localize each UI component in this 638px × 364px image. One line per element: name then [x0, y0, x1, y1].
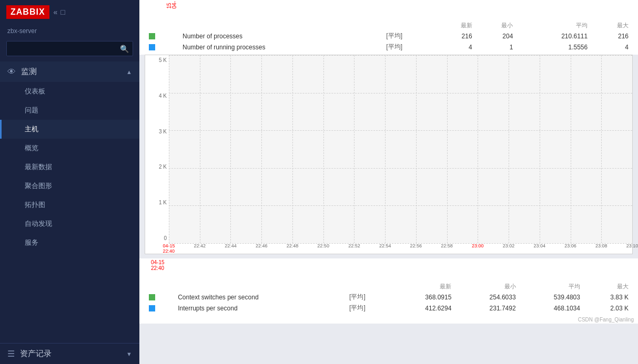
sidebar-item-latest-data[interactable]: 最新数据	[0, 158, 139, 176]
x-label-9: 22:58	[441, 243, 453, 248]
x-label-5: 22:50	[317, 243, 329, 248]
grid-v-15	[632, 55, 633, 243]
chevron-up-icon: ▲	[126, 69, 132, 75]
x-label-7: 22:54	[379, 243, 391, 248]
context-max: 3.83 K	[583, 292, 632, 303]
search-icon: 🔍	[120, 45, 129, 53]
x-label-12: 23:04	[534, 243, 546, 248]
server-name: zbx-server	[0, 24, 139, 39]
running-max: 4	[591, 41, 632, 53]
y-label-1k: 1 K	[159, 200, 167, 205]
context-min: 254.6033	[454, 292, 519, 303]
interrupts-name: Interrupts per second	[175, 303, 346, 314]
chart1-top-label: 04-15	[167, 1, 177, 8]
header2-min: 最小	[454, 282, 519, 292]
chart1-svg	[169, 55, 632, 243]
processes-latest: 216	[434, 30, 475, 41]
sidebar-item-topology[interactable]: 拓扑图	[0, 195, 139, 214]
monitor-icon: 👁	[7, 67, 16, 77]
running-name: Number of running processes	[179, 41, 383, 53]
header2-max: 最大	[583, 282, 632, 292]
header2-latest: 最新	[390, 282, 454, 292]
x-label-1: 22:42	[194, 243, 206, 248]
search-box[interactable]: 🔍	[6, 41, 133, 56]
chart-grid-1	[169, 55, 632, 243]
chart2-legend: 最新 最小 平均 最大 Context switches per second …	[139, 279, 638, 316]
collapse-icon[interactable]: «	[54, 8, 58, 16]
sidebar-item-discovery[interactable]: 自动发现	[0, 214, 139, 233]
legend-table-2: 最新 最小 平均 最大 Context switches per second …	[146, 282, 632, 314]
expand-icon[interactable]: □	[60, 8, 65, 16]
assets-icon: ☰	[7, 349, 15, 359]
header2-avg: 平均	[519, 282, 583, 292]
x-label-6: 22:52	[348, 243, 360, 248]
header-min: 最小	[475, 20, 517, 30]
x-axis-1: 04-1522:40 22:42 22:44 22:46 22:48 22:50…	[169, 243, 632, 254]
interrupts-avg-lbl: [平均]	[346, 303, 390, 314]
interrupts-latest: 412.6294	[390, 303, 454, 314]
header-max: 最大	[591, 20, 632, 30]
sidebar-item-hosts[interactable]: 主机	[0, 120, 139, 139]
processes-avg-lbl: [平均]	[383, 30, 434, 41]
y-label-0: 0	[164, 235, 167, 241]
x-label-3: 22:46	[256, 243, 268, 248]
sidebar-item-dashboard[interactable]: 仪表板	[0, 82, 139, 101]
chart-container: 04-15 最新 最小 平均 最大 Number of processes [平…	[139, 0, 638, 364]
running-avg-lbl: [平均]	[383, 41, 434, 53]
processes-max: 216	[591, 30, 632, 41]
section-divider	[139, 254, 638, 258]
context-name: Context switches per second	[175, 292, 346, 303]
processes-color	[149, 33, 155, 39]
y-label-2k: 2 K	[159, 164, 167, 170]
y-axis-1: 5 K 4 K 3 K 2 K 1 K 0	[145, 55, 169, 243]
header-avg: 平均	[516, 20, 591, 30]
y-label-4k: 4 K	[159, 93, 167, 99]
sidebar-item-overview[interactable]: 概览	[0, 139, 139, 158]
y-label-3k: 3 K	[159, 129, 167, 134]
sidebar-item-problems[interactable]: 问题	[0, 101, 139, 120]
interrupts-color	[149, 305, 155, 311]
x-label-4: 22:48	[287, 243, 299, 248]
search-input[interactable]	[6, 41, 133, 56]
sidebar-item-composite[interactable]: 聚合图形	[0, 176, 139, 195]
context-latest: 368.0915	[390, 292, 454, 303]
chevron-down-icon: ▼	[126, 351, 132, 357]
interrupts-min: 231.7492	[454, 303, 519, 314]
y-label-5k: 5 K	[159, 57, 167, 63]
sidebar: ZABBIX « □ zbx-server 🔍 👁 监测 ▲ 仪表板 问题 主机…	[0, 0, 139, 364]
legend-table-1: 最新 最小 平均 最大 Number of processes [平均] 216…	[146, 20, 632, 53]
running-min: 1	[475, 41, 517, 53]
interrupts-avg: 468.1034	[519, 303, 583, 314]
x-label-2: 22:44	[225, 243, 237, 248]
sidebar-item-services[interactable]: 服务	[0, 233, 139, 252]
header-latest: 最新	[434, 20, 475, 30]
legend-row-processes: Number of processes [平均] 216 204 210.611…	[146, 30, 632, 41]
zabbix-logo: ZABBIX	[6, 5, 49, 19]
chart2-x-top: 04-1522:40	[151, 259, 165, 271]
sidebar-section-monitor[interactable]: 👁 监测 ▲	[0, 61, 139, 82]
main-content: 04-15 最新 最小 平均 最大 Number of processes [平…	[139, 0, 638, 364]
legend-row-context: Context switches per second [平均] 368.091…	[146, 292, 632, 303]
x-label-15: 23:10	[626, 243, 638, 248]
processes-min: 204	[475, 30, 517, 41]
legend-row-running-processes: Number of running processes [平均] 4 1 1.5…	[146, 41, 632, 53]
sidebar-section-assets[interactable]: ☰ 资产记录 ▼	[0, 343, 139, 364]
context-avg: 539.4803	[519, 292, 583, 303]
watermark: CSDN @Fang_Qianling	[139, 316, 638, 324]
x-label-10: 23:00	[472, 243, 484, 248]
running-color	[149, 44, 155, 50]
legend-row-interrupts: Interrupts per second [平均] 412.6294 231.…	[146, 303, 632, 314]
x-label-14: 23:08	[595, 243, 607, 248]
chart1-legend: 最新 最小 平均 最大 Number of processes [平均] 216…	[139, 18, 638, 55]
context-avg-lbl: [平均]	[346, 292, 390, 303]
context-color	[149, 294, 155, 300]
processes-avg: 210.6111	[516, 30, 591, 41]
assets-label: 资产记录	[20, 349, 121, 359]
chart1-graph: Zabbix server: C 5 K 4 K 3 K 2 K 1 K 0	[145, 55, 633, 254]
chart2-top-area: 04-1522:40	[139, 258, 638, 279]
running-avg: 1.5556	[516, 41, 591, 53]
sidebar-collapse-icons[interactable]: « □	[54, 8, 65, 16]
x-label-13: 23:06	[564, 243, 576, 248]
monitor-label: 监测	[21, 67, 121, 77]
running-latest: 4	[434, 41, 475, 53]
